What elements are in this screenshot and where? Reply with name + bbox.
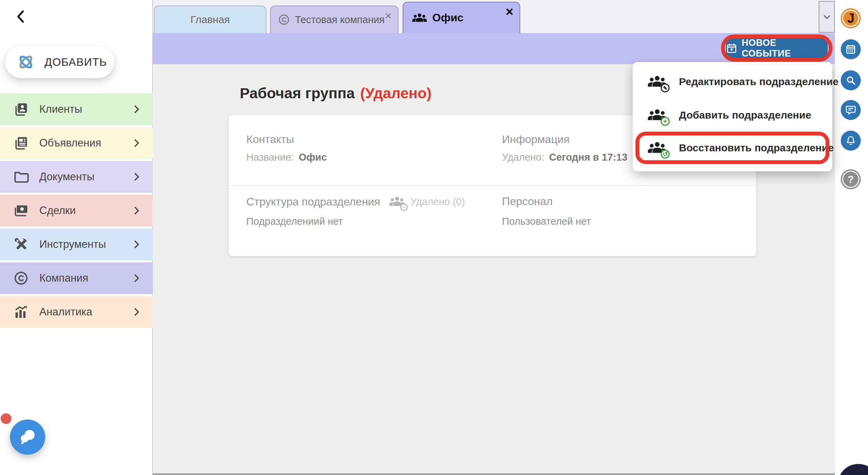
tab-office[interactable]: Офис ×: [403, 2, 520, 33]
staff-heading: Персонал: [502, 195, 553, 208]
contact-card-icon: [13, 101, 29, 117]
bell-icon: [845, 135, 856, 146]
name-label: Название:: [246, 152, 294, 163]
groups-add-icon: +: [648, 108, 667, 123]
help-button[interactable]: ?: [841, 169, 861, 189]
sidebar-item-label: Сделки: [39, 204, 76, 217]
sidebar-item-label: Документы: [39, 171, 95, 183]
sidebar-item-analytics[interactable]: Аналитика: [0, 296, 153, 328]
chevron-left-icon: [12, 8, 30, 26]
sidebar: ДОБАВИТЬ Клиенты Объявления Документы Сд…: [0, 0, 153, 475]
structure-empty-text: Подразделениий нет: [246, 216, 343, 227]
chevron-right-icon: [131, 137, 142, 149]
back-button[interactable]: [12, 8, 30, 26]
menu-item-label: Добавить подразделение: [679, 109, 811, 121]
messages-button[interactable]: [841, 100, 861, 120]
add-button-label: ДОБАВИТЬ: [45, 56, 107, 69]
sidebar-item-company[interactable]: Компания: [0, 262, 153, 294]
chevron-right-icon: [131, 103, 142, 115]
restore-badge-icon: ↺: [661, 150, 670, 159]
question-mark-icon: ?: [848, 173, 854, 185]
menu-item-edit-department[interactable]: ✎ Редактировать подразделение: [633, 65, 832, 98]
search-icon: [845, 75, 856, 86]
sidebar-item-label: Инструменты: [39, 238, 106, 251]
structure-heading: Структура подразделения: [246, 195, 380, 208]
chevron-right-icon: [131, 272, 142, 284]
app-window: ДОБАВИТЬ Клиенты Объявления Документы Сд…: [0, 0, 868, 475]
staff-empty-text: Пользователей нет: [502, 216, 591, 227]
contacts-heading: Контакты: [246, 133, 294, 146]
sidebar-item-label: Объявления: [39, 137, 101, 149]
notifications-button[interactable]: [841, 131, 861, 151]
copyright-icon: [278, 13, 290, 26]
menu-item-add-department[interactable]: + Добавить подразделение: [633, 99, 832, 131]
new-event-label: НОВОЕ СОБЫТИЕ: [742, 38, 828, 59]
add-badge-icon: +: [661, 117, 670, 126]
sidebar-item-clients[interactable]: Клиенты: [0, 93, 153, 125]
sidebar-item-tools[interactable]: Инструменты: [0, 229, 153, 260]
groups-deleted-icon: −: [389, 195, 405, 208]
menu-item-restore-department[interactable]: ↺ Восстановить подразделение: [633, 132, 832, 164]
chat-widget-button[interactable]: [10, 420, 45, 455]
chevron-right-icon: [131, 171, 142, 183]
groups-restore-icon: ↺: [648, 140, 667, 155]
sidebar-item-label: Клиенты: [39, 103, 82, 115]
edit-badge-icon: ✎: [661, 83, 670, 92]
sidebar-item-documents[interactable]: Документы: [0, 161, 153, 193]
avatar[interactable]: J: [841, 8, 861, 28]
avatar-letter: J: [847, 11, 854, 26]
chat-bubbles-icon: [18, 427, 38, 447]
tab-home[interactable]: Главная: [154, 6, 266, 33]
chevron-down-icon: [822, 12, 832, 22]
folder-icon: [13, 169, 29, 185]
close-icon[interactable]: ×: [385, 10, 392, 21]
search-button[interactable]: [841, 70, 861, 90]
message-icon: [845, 104, 856, 115]
banknote-icon: [13, 203, 29, 219]
chevron-right-icon: [131, 306, 142, 318]
name-value: Офис: [299, 152, 327, 163]
app-logo-icon: [15, 51, 37, 73]
page-title-text: Рабочая группа: [240, 85, 355, 101]
page-title: Рабочая группа(Удалено): [240, 85, 432, 102]
close-icon[interactable]: ×: [506, 5, 513, 18]
event-dropdown-menu: ✎ Редактировать подразделение + Добавить…: [633, 62, 832, 171]
tools-icon: [13, 236, 29, 252]
right-icon-rail: J ?: [835, 0, 868, 475]
name-row: Название:Офис: [246, 152, 327, 163]
tab-label: Главная: [190, 14, 230, 26]
tab-test-company[interactable]: Тестовая компания ×: [270, 6, 398, 33]
calendar-plus-icon: [726, 42, 738, 54]
chevron-right-icon: [131, 239, 142, 250]
tab-overflow-button[interactable]: [819, 1, 835, 33]
tab-bar: Главная Тестовая компания × Офис ×: [153, 0, 835, 33]
toolbar: НОВОЕ СОБЫТИЕ: [153, 33, 835, 64]
sidebar-item-deals[interactable]: Сделки: [0, 195, 153, 226]
card-divider: [229, 185, 756, 186]
deleted-status-badge: (Удалено): [360, 85, 432, 101]
calendar-button[interactable]: [841, 39, 861, 59]
chevron-right-icon: [131, 205, 142, 216]
deleted-label: Удалено:: [502, 152, 544, 163]
tab-label: Офис: [432, 11, 463, 24]
new-event-button[interactable]: НОВОЕ СОБЫТИЕ: [726, 38, 828, 58]
newspaper-icon: [13, 135, 29, 151]
deleted-value: Сегодня в 17:13: [549, 152, 627, 163]
bar-chart-icon: [13, 304, 29, 320]
groups-icon: [412, 12, 427, 24]
tab-label: Тестовая компания: [295, 14, 385, 26]
copyright-icon: [13, 270, 29, 286]
bottom-scrollbar[interactable]: [153, 473, 835, 475]
sidebar-item-ads[interactable]: Объявления: [0, 127, 153, 159]
structure-deleted-count: Удалено (0): [411, 196, 465, 208]
structure-heading-row: Структура подразделения − Удалено (0): [246, 195, 465, 208]
sidebar-item-label: Компания: [39, 272, 88, 284]
add-button[interactable]: ДОБАВИТЬ: [5, 46, 114, 78]
calendar-icon: [845, 44, 856, 55]
info-heading: Информация: [502, 133, 570, 146]
chat-notification-dot: [1, 413, 11, 424]
sidebar-item-label: Аналитика: [39, 306, 92, 318]
minus-badge-icon: −: [400, 203, 408, 211]
groups-edit-icon: ✎: [648, 74, 667, 89]
deleted-row: Удалено:Сегодня в 17:13: [502, 152, 628, 163]
